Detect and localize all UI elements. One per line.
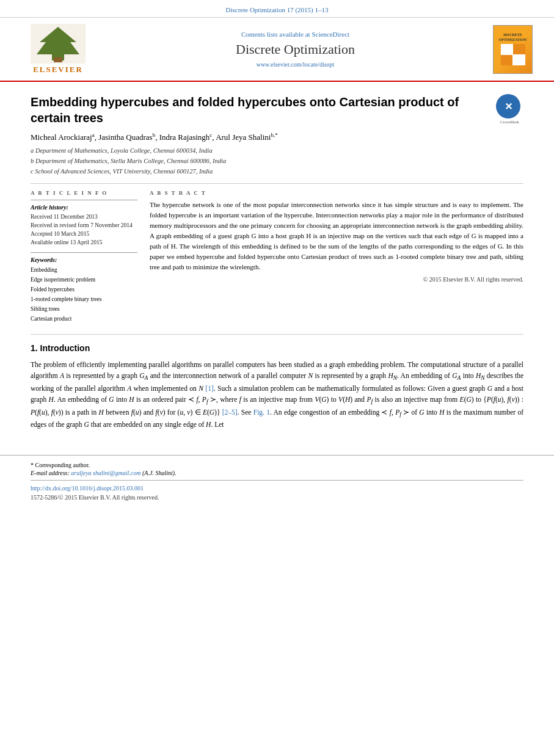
main-content: Embedding hypercubes and folded hypercub… [0, 82, 554, 449]
doi-link[interactable]: http://dx.doi.org/10.1016/j.disopt.2015.… [31, 485, 144, 492]
keyword-1: Embedding [31, 265, 137, 275]
keyword-6: Cartesian product [31, 314, 137, 324]
footer-doi-block: http://dx.doi.org/10.1016/j.disopt.2015.… [31, 480, 523, 501]
page: Discrete Optimization 17 (2015) 1–13 ELS… [0, 0, 554, 756]
abstract-col: A B S T R A C T The hypercube network is… [150, 190, 523, 324]
accepted-line: Accepted 10 March 2015 [31, 230, 137, 238]
corresponding-footnote: * Corresponding author. [31, 462, 523, 468]
crossmark-label: CrossMark [496, 120, 523, 125]
page-footer: * Corresponding author. E-mail address: … [0, 455, 554, 507]
journal-header-center: Contents lists available at ScienceDirec… [98, 31, 493, 68]
svg-rect-2 [54, 57, 62, 62]
elsevier-brand-text: ELSEVIER [33, 65, 83, 75]
article-info-col: A R T I C L E I N F O Article history: R… [31, 190, 137, 324]
journal-url: www.elsevier.com/locate/disopt [110, 61, 481, 68]
cover-title: DISCRETEOPTIMIZATION [499, 33, 527, 42]
article-history-block: Article history: Received 11 December 20… [31, 200, 137, 247]
keyword-2: Edge isoperimetric problem [31, 275, 137, 285]
journal-cover: DISCRETEOPTIMIZATION [493, 25, 536, 74]
affiliations-block: a Department of Mathematics, Loyola Coll… [31, 146, 523, 176]
journal-citation-link[interactable]: Discrete Optimization 17 (2015) 1–13 [225, 6, 328, 13]
author3-name: , Indra Rajasingh [155, 133, 210, 142]
author1-name: Micheal Arockiaraj [31, 133, 92, 142]
cover-cell-3 [501, 55, 513, 65]
email-link[interactable]: aruljeya shalini@gmail.com [71, 470, 140, 476]
crossmark-symbol: ✕ [505, 101, 512, 112]
cover-cell-2 [513, 44, 525, 54]
divider-1 [31, 183, 523, 184]
abstract-label: A B S T R A C T [150, 190, 523, 196]
received-line: Received 11 December 2013 [31, 213, 137, 221]
journal-name-header: Discrete Optimization [110, 42, 481, 57]
section-title: 1. Introduction [31, 343, 523, 353]
author2-name: , Jasintha Quadras [95, 133, 153, 142]
divider-2 [31, 334, 523, 335]
author4-name: , Arul Jeya Shalini [212, 133, 271, 142]
authors-line: Micheal Arockiaraja, Jasintha Quadrasb, … [31, 132, 523, 142]
email-person: (A.J. Shalini). [142, 470, 177, 476]
elsevier-tree-icon [31, 24, 86, 64]
journal-url-link[interactable]: www.elsevier.com/locate/disopt [257, 61, 335, 68]
author4-sup: b,* [271, 132, 277, 138]
online-line: Available online 13 April 2015 [31, 238, 137, 247]
intro-paragraph-1: The problem of efficiently implementing … [31, 359, 523, 431]
abstract-text: The hypercube network is one of the most… [150, 200, 523, 272]
footer-issn: 1572-5286/© 2015 Elsevier B.V. All right… [31, 494, 523, 501]
sciencedirect-link: Contents lists available at ScienceDirec… [110, 31, 481, 38]
keywords-block: Keywords: Embedding Edge isoperimetric p… [31, 252, 137, 324]
keyword-4: 1-rooted complete binary trees [31, 294, 137, 304]
elsevier-logo: ELSEVIER [18, 24, 98, 75]
two-col-section: A R T I C L E I N F O Article history: R… [31, 190, 523, 324]
crossmark-circle: ✕ [496, 94, 520, 118]
journal-cover-box: DISCRETEOPTIMIZATION [493, 25, 533, 74]
introduction-section: 1. Introduction The problem of efficient… [31, 343, 523, 431]
crossmark-badge: ✕ CrossMark [496, 94, 523, 125]
cover-grid-icon [501, 44, 525, 65]
email-footnote: E-mail address: aruljeya shalini@gmail.c… [31, 470, 523, 476]
cover-cell-4 [513, 55, 525, 65]
journal-top-bar: Discrete Optimization 17 (2015) 1–13 [0, 0, 554, 18]
copyright-line: © 2015 Elsevier B.V. All rights reserved… [150, 276, 523, 283]
keyword-3: Folded hypercubes [31, 285, 137, 294]
article-history-title: Article history: [31, 204, 137, 211]
sciencedirect-link-text[interactable]: ScienceDirect [312, 31, 349, 38]
affil-line-1: a Department of Mathematics, Loyola Coll… [31, 146, 523, 156]
revised-line: Received in revised form 7 November 2014 [31, 221, 137, 230]
keyword-5: Sibling trees [31, 304, 137, 314]
paper-title: Embedding hypercubes and folded hypercub… [31, 94, 490, 126]
affil-line-3: c School of Advanced Sciences, VIT Unive… [31, 167, 523, 177]
affil-line-2: b Department of Mathematics, Stella Mari… [31, 156, 523, 167]
keywords-title: Keywords: [31, 256, 137, 263]
cover-cell-1 [501, 44, 513, 54]
email-label: E-mail address: [31, 470, 70, 476]
paper-title-section: Embedding hypercubes and folded hypercub… [31, 94, 523, 126]
where-text: where [220, 396, 237, 403]
article-info-label: A R T I C L E I N F O [31, 190, 137, 196]
header-block: ELSEVIER Contents lists available at Sci… [0, 18, 554, 82]
